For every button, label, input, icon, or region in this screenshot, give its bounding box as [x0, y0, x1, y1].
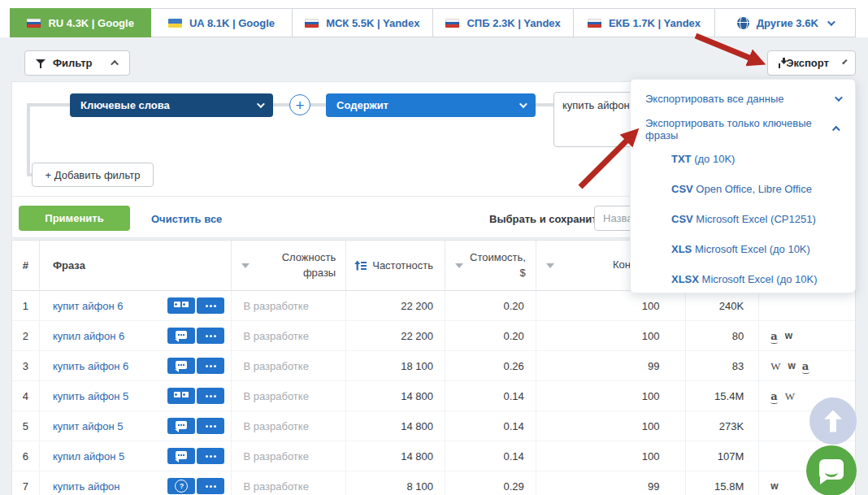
table-row: 3 купить айфон 6 В разработке 18 100 0.2…: [12, 351, 855, 381]
filter-button-label: Фильтр: [53, 57, 93, 69]
chat-badge-icon[interactable]: [167, 418, 195, 434]
sites-cell: [759, 291, 855, 320]
table-row: 1 купит айфон 6 В разработке 22 200 0.20…: [12, 291, 855, 321]
scroll-to-top-button[interactable]: [809, 397, 857, 445]
table-body: 1 купит айфон 6 В разработке 22 200 0.20…: [12, 291, 855, 495]
phrase-cell: купил айфон 5: [40, 441, 232, 471]
export-format-item[interactable]: XLSX Microsoft Excel (до 10K): [631, 264, 855, 294]
results-cell: 80: [686, 321, 759, 350]
tab-4[interactable]: СПБ 2.3K | Yandex: [433, 8, 574, 37]
vk-icon: [788, 361, 795, 371]
filter-field-value: Ключевые слова: [80, 99, 170, 111]
tab-bar: RU 4.3K | Google UA 8.1K | Google МСК 5.…: [10, 8, 856, 37]
tab-2[interactable]: UA 8.1K | Google: [151, 8, 292, 37]
difficulty-cell: В разработке: [232, 321, 346, 350]
export-format-item[interactable]: XLS Microsoft Excel (до 10K): [631, 234, 855, 264]
export-format-list: TXT (до 10K) CSV Open Office, Libre Offi…: [631, 144, 855, 294]
chevron-down-icon: [519, 100, 527, 108]
export-button[interactable]: Экспорт: [767, 50, 856, 76]
export-format-item[interactable]: TXT (до 10K): [631, 144, 855, 174]
filter-condition-value: Содержит: [336, 99, 388, 111]
col-header-difficulty[interactable]: Сложность фразы: [232, 241, 346, 290]
add-filter-button[interactable]: + Добавить фильтр: [32, 163, 154, 187]
export-all-data-item[interactable]: Экспортировать все данные: [631, 84, 855, 114]
phrase-cell: купить айфон 5: [40, 381, 232, 410]
select-save-label: Выбрать и сохранить: [489, 213, 604, 225]
sort-triangle-icon[interactable]: [241, 263, 250, 268]
sort-triangle-icon[interactable]: [546, 263, 554, 268]
cost-cell: 0.14: [445, 441, 536, 471]
tab-1[interactable]: RU 4.3K | Google: [10, 8, 151, 37]
col-header-cost[interactable]: Стоимость, $: [445, 241, 536, 290]
tab-6[interactable]: Другие 3.6K: [715, 8, 856, 37]
wikipedia-icon: [785, 391, 795, 402]
row-menu-button[interactable]: [197, 448, 224, 464]
images-badge-icon[interactable]: [167, 297, 195, 314]
frequency-cell: 22 200: [346, 321, 445, 350]
globe-icon: [737, 17, 749, 29]
row-menu-button[interactable]: [197, 418, 224, 434]
chat-widget-button[interactable]: [806, 445, 857, 495]
images-badge-icon[interactable]: [167, 388, 195, 404]
export-format-item[interactable]: CSV Open Office, Libre Office: [631, 174, 855, 204]
phrase-link[interactable]: купить айфон 6: [53, 360, 128, 372]
sort-triangle-icon[interactable]: [455, 263, 463, 268]
competition-cell: 100: [536, 381, 687, 410]
frequency-cell: 14 800: [346, 441, 445, 471]
col-header-num: #: [12, 241, 40, 290]
question-badge-icon[interactable]: [167, 478, 195, 494]
phrase-link[interactable]: купить айфон 5: [53, 390, 128, 402]
annotation-arrow-export: [696, 36, 759, 62]
phrase-cell: купит айфон 6: [40, 291, 232, 320]
row-menu-button[interactable]: [197, 478, 224, 494]
flag-ru-icon: [588, 19, 601, 28]
chat-badge-icon[interactable]: [167, 358, 195, 374]
clear-all-link[interactable]: Очистить все: [151, 213, 222, 225]
phrase-cell: купил айфон 6: [40, 321, 232, 350]
vk-icon: [770, 481, 777, 491]
col-header-frequency[interactable]: Частотность: [346, 241, 445, 290]
competition-cell: 100: [536, 291, 687, 320]
tab-3[interactable]: МСК 5.5K | Yandex: [293, 8, 433, 37]
cost-cell: 0.29: [445, 471, 536, 495]
amazon-icon: [770, 391, 777, 402]
phrase-link[interactable]: купил айфон 5: [53, 450, 124, 462]
frequency-cell: 22 200: [346, 291, 445, 320]
row-number: 2: [12, 321, 40, 350]
row-menu-button[interactable]: [197, 358, 224, 374]
competition-cell: 100: [536, 411, 687, 441]
add-condition-icon[interactable]: +: [289, 94, 310, 115]
table-row: 7 купить айфон В разработке 8 100 0.29 9…: [12, 471, 855, 495]
col-header-phrase: Фраза: [40, 241, 232, 290]
export-format-item[interactable]: CSV Microsoft Excel (CP1251): [631, 204, 855, 234]
sites-cell: [759, 351, 855, 380]
flag-ru-icon: [445, 19, 459, 28]
row-number: 6: [12, 441, 40, 471]
phrase-cell: купить айфон: [40, 471, 232, 495]
apply-button[interactable]: Применить: [19, 206, 130, 231]
vk-icon: [785, 331, 792, 341]
filter-field-dropdown[interactable]: Ключевые слова: [70, 93, 273, 117]
cost-cell: 0.26: [445, 351, 536, 380]
export-keywords-only-item[interactable]: Экспортировать только ключевые фразы: [631, 114, 855, 144]
tab-5[interactable]: ЕКБ 1.7K | Yandex: [574, 8, 714, 37]
phrase-link[interactable]: купить айфон: [53, 480, 120, 493]
cost-cell: 0.14: [445, 411, 536, 441]
row-menu-button[interactable]: [197, 388, 224, 404]
results-cell: 15.8M: [686, 471, 759, 495]
flag-ua-icon: [168, 19, 182, 28]
row-menu-button[interactable]: [197, 328, 224, 344]
competition-cell: 100: [536, 441, 687, 471]
filter-condition-dropdown[interactable]: Содержит: [326, 93, 536, 117]
filter-toggle-button[interactable]: Фильтр: [24, 50, 130, 76]
chat-badge-icon[interactable]: [167, 448, 195, 464]
frequency-cell: 14 800: [346, 411, 445, 441]
phrase-link[interactable]: купит айфон 5: [53, 420, 124, 432]
amazon-icon: [802, 361, 809, 371]
chat-badge-icon[interactable]: [167, 328, 195, 344]
row-number: 4: [12, 381, 40, 410]
results-cell: 15.4M: [686, 381, 759, 410]
phrase-link[interactable]: купил айфон 6: [53, 330, 124, 342]
row-menu-button[interactable]: [197, 297, 224, 314]
phrase-link[interactable]: купит айфон 6: [53, 300, 124, 312]
